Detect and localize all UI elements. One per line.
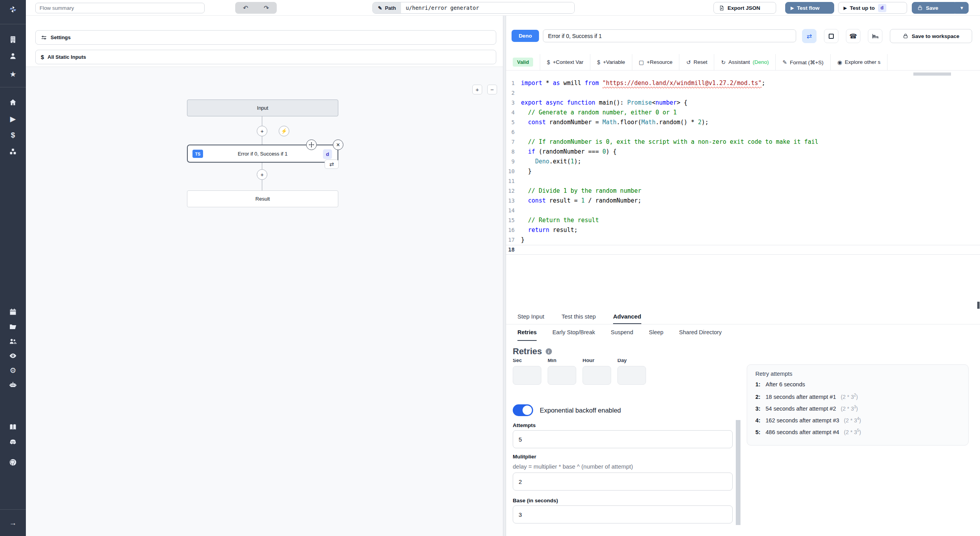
runs-play-icon[interactable]: ▶ [0,113,26,125]
static-inputs-row[interactable]: $ All Static Inputs [35,50,496,64]
audit-eye-icon[interactable] [0,350,26,362]
redo-button[interactable]: ↷ [256,2,277,14]
toolbar-item-reset[interactable]: ↺Reset [679,54,714,70]
code-line[interactable]: 16 return result; [506,225,980,235]
subtab-shared-directory[interactable]: Shared Directory [679,324,722,341]
move-step-handle[interactable] [306,139,317,150]
home-icon[interactable] [0,96,26,108]
code-line[interactable]: 11 [506,176,980,186]
user-icon[interactable] [0,50,26,62]
windmill-logo[interactable] [0,4,26,15]
path-input[interactable] [401,2,574,13]
code-line[interactable]: 13 const result = 1 / randomNumber; [506,196,980,206]
retry-interval-input-day[interactable] [617,366,646,385]
export-json-button[interactable]: Export JSON [713,2,776,14]
save-dropdown-button[interactable]: ▾ [955,2,969,14]
content-vscrollbar[interactable] [736,420,740,525]
toolbar-item-resource[interactable]: ▢+Resource [632,54,680,70]
workspace-icon[interactable] [0,34,26,45]
subtab-early-stop-break[interactable]: Early Stop/Break [552,324,595,341]
multiplier-input[interactable] [513,473,733,491]
toolbar-hscrollbar[interactable] [913,72,951,76]
toolbar-item-explore-other-s[interactable]: ◉Explore other s [831,54,887,70]
toolbar-item-label: +Context Var [553,59,583,65]
add-trigger-button[interactable]: ⚡ [279,126,289,136]
step-retry-indicator[interactable]: ⇄ [325,159,339,169]
zoom-in-button[interactable]: + [472,85,482,94]
code-line[interactable]: 17} [506,235,980,245]
toolbar-item-format-s[interactable]: ✎Format (⌘+S) [776,54,831,70]
toolbar-item-variable[interactable]: $+Variable [590,54,632,70]
save-to-workspace-button[interactable]: Save to workspace [890,29,972,43]
flow-panel: Settings $ All Static Inputs + − Input +… [26,16,503,536]
step-node-selected[interactable]: TS Error if 0, Success if 1 d × ⇄ [187,145,338,163]
subtab-suspend[interactable]: Suspend [611,324,633,341]
subtab-sleep[interactable]: Sleep [649,324,663,341]
retry-attempt-formula: (2 * 35) [844,428,861,435]
variables-dollar-icon[interactable]: $ [0,129,26,141]
code-line[interactable]: 3export async function main(): Promise<n… [506,98,980,108]
collapse-arrow-icon[interactable]: → [0,517,26,529]
resources-boxes-icon[interactable] [0,146,26,158]
subtab-retries[interactable]: Retries [517,324,537,341]
sleep-button[interactable] [868,29,882,43]
code-line[interactable]: 18 [506,245,980,255]
folders-icon[interactable] [0,321,26,333]
code-line[interactable]: 12 // Divide 1 by the random number [506,186,980,196]
input-node[interactable]: Input [187,100,338,116]
tab-advanced[interactable]: Advanced [613,310,641,324]
zoom-out-button[interactable]: − [487,85,497,94]
code-line[interactable]: 9 Deno.exit(1); [506,157,980,167]
workers-robot-icon[interactable] [0,379,26,391]
flow-canvas[interactable]: + − Input + ⚡ TS Error if 0, Success if … [26,67,503,536]
code-line[interactable]: 15 // Return the result [506,215,980,225]
github-icon[interactable] [0,456,26,468]
settings-gear-icon[interactable]: ⚙ [0,364,26,376]
exponential-backoff-toggle[interactable] [513,404,533,416]
flow-summary-input[interactable] [35,3,205,13]
code-line[interactable]: 7 // If randomNumber is 0, exit the scri… [506,137,980,147]
toolbar-item-assistant[interactable]: ↻Assistant(Deno) [714,54,776,70]
toolbar-item-context-var[interactable]: $+Context Var [540,54,590,70]
step-title-input[interactable] [543,29,796,42]
code-line[interactable]: 8 if (randomNumber === 0) { [506,147,980,157]
add-step-button[interactable]: + [257,126,267,136]
code-line[interactable]: 4 // Generate a random number, either 0 … [506,108,980,118]
code-text: const result = 1 / randomNumber; [521,196,641,206]
early-stop-button[interactable] [824,29,838,43]
tab-test-this-step[interactable]: Test this step [561,310,596,324]
groups-icon[interactable] [0,335,26,347]
play-glyph: ▶ [10,114,16,123]
delete-step-button[interactable]: × [333,139,343,150]
result-node[interactable]: Result [187,190,338,207]
editor-scroll-marker[interactable] [977,302,980,309]
schedules-calendar-icon[interactable] [0,306,26,318]
retries-toggle-button[interactable]: ⇄ [802,29,817,43]
save-button[interactable]: Save [912,2,955,14]
info-icon[interactable]: i [546,348,552,355]
retry-interval-input-sec[interactable] [513,366,541,385]
retry-interval-input-min[interactable] [548,366,576,385]
retry-interval-input-hour[interactable] [583,366,611,385]
code-line[interactable]: 5 const randomNumber = Math.floor(Math.r… [506,118,980,127]
code-line[interactable]: 14 [506,206,980,215]
suspend-phone-button[interactable]: ☎ [846,29,860,43]
attempts-input[interactable] [513,430,733,448]
base-seconds-input[interactable] [513,505,733,523]
code-line[interactable]: 1import * as wmill from "https://deno.la… [506,78,980,88]
favorites-star-icon[interactable]: ★ [0,68,26,80]
panel-resize-divider[interactable] [503,16,506,536]
code-line[interactable]: 2 [506,88,980,98]
flow-settings-row[interactable]: Settings [35,30,496,45]
discord-icon[interactable] [0,436,26,448]
tab-step-input[interactable]: Step Input [517,310,544,324]
docs-book-icon[interactable] [0,421,26,433]
test-up-to-button[interactable]: ▶ Test up to d [838,2,907,14]
undo-button[interactable]: ↶ [235,2,256,14]
test-flow-button[interactable]: ▶ Test flow [785,2,834,14]
code-line[interactable]: 6 [506,127,980,137]
add-step-button[interactable]: + [257,169,267,180]
result-node-label: Result [256,196,270,202]
code-line[interactable]: 10 } [506,167,980,176]
code-editor[interactable]: 1import * as wmill from "https://deno.la… [506,78,980,310]
